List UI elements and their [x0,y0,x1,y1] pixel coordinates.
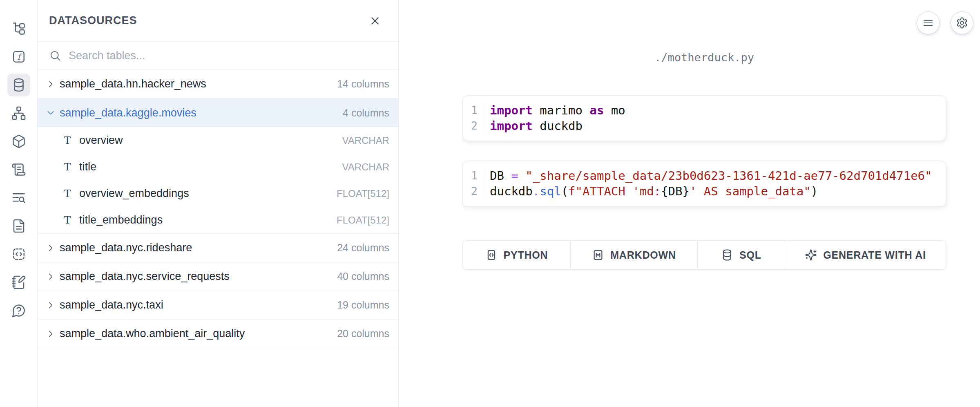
variables-icon[interactable]: f [7,45,30,68]
help-icon[interactable] [7,299,30,322]
sparkles-icon [805,249,817,261]
table-columns-count: 24 columns [337,242,389,254]
notebook-area: ./motherduck.py 1 2 import marimo as mo … [399,0,980,407]
column-row[interactable]: T title VARCHAR [38,154,398,180]
chevron-right-icon [46,329,56,339]
tracing-icon[interactable] [7,186,30,209]
table-columns-count: 19 columns [337,299,389,311]
tables-list: sample_data.hn.hacker_news 14 columns sa… [38,70,398,348]
documentation-icon[interactable] [7,215,30,237]
svg-text:f: f [17,52,22,62]
notebook-filename: ./motherduck.py [462,49,946,65]
code-editor[interactable]: DB = "_share/sample_data/23b0d623-1361-4… [484,168,946,199]
settings-button[interactable] [951,11,973,34]
close-panel-button[interactable] [367,13,383,29]
column-name: overview [79,134,123,147]
panel-title: DATASOURCES [49,14,137,27]
packages-icon[interactable] [7,130,30,153]
column-row[interactable]: T title_embeddings FLOAT[512] [38,207,398,233]
table-row[interactable]: sample_data.nyc.taxi 19 columns [38,291,398,320]
helper-icon-rail: f [0,0,38,407]
add-sql-cell-button[interactable]: SQL [697,241,785,269]
table-columns-count: 4 columns [343,107,389,119]
code-cell-imports[interactable]: 1 2 import marimo as mo import duckdb [462,95,946,141]
type-text-icon: T [61,134,74,147]
table-name: sample_data.who.ambient_air_quality [60,327,245,340]
table-columns-count: 40 columns [337,271,389,282]
table-row[interactable]: sample_data.nyc.rideshare 24 columns [38,234,398,262]
generate-with-ai-button[interactable]: GENERATE WITH AI [785,241,946,269]
chevron-right-icon [46,243,56,253]
code-square-icon [485,249,498,261]
table-columns-count: 14 columns [337,78,389,90]
add-markdown-cell-button[interactable]: MARKDOWN [570,241,697,269]
search-input[interactable] [69,42,398,69]
datasources-panel: DATASOURCES sample_data.hn.hacker_news 1… [38,0,399,407]
code-editor[interactable]: import marimo as mo import duckdb [484,103,946,134]
column-row[interactable]: T overview VARCHAR [38,127,398,154]
code-cell-attach-db[interactable]: 1 2 DB = "_share/sample_data/23b0d623-13… [462,161,946,207]
column-type: VARCHAR [342,135,389,146]
type-text-icon: T [61,214,74,226]
logs-icon[interactable] [7,158,30,181]
hamburger-menu-icon [922,17,934,29]
search-row [38,42,398,70]
table-name: sample_data.nyc.taxi [60,299,163,311]
table-row-selected[interactable]: sample_data.kaggle.movies 4 columns [38,98,398,127]
column-row[interactable]: T overview_embeddings FLOAT[512] [38,180,398,207]
markdown-icon [592,249,604,261]
table-name: sample_data.nyc.service_requests [60,270,230,283]
chevron-down-icon [46,108,56,118]
table-columns-group: T overview VARCHAR T title VARCHAR T ove… [38,127,398,234]
column-name: title [79,161,96,173]
type-text-icon: T [61,161,74,173]
datasources-icon[interactable] [7,74,30,96]
snippets-icon[interactable] [7,243,30,266]
column-type: FLOAT[512] [337,188,389,199]
type-text-icon: T [61,187,74,200]
chevron-right-icon [46,272,56,282]
table-row[interactable]: sample_data.nyc.service_requests 40 colu… [38,262,398,291]
dependencies-icon[interactable] [7,102,30,125]
close-icon [369,15,381,27]
table-name: sample_data.hn.hacker_news [60,78,206,90]
column-type: VARCHAR [342,161,389,173]
column-name: overview_embeddings [79,187,189,200]
menu-button[interactable] [917,11,940,34]
chevron-right-icon [46,79,56,89]
table-name: sample_data.nyc.rideshare [60,242,192,254]
add-cell-action-bar: PYTHON MARKDOWN SQL [462,240,946,270]
table-columns-count: 20 columns [337,328,389,340]
column-type: FLOAT[512] [337,215,389,226]
table-row[interactable]: sample_data.hn.hacker_news 14 columns [38,70,398,98]
search-icon [49,49,61,62]
chevron-right-icon [46,300,56,310]
line-number-gutter: 1 2 [463,168,484,199]
add-python-cell-button[interactable]: PYTHON [463,241,570,269]
column-name: title_embeddings [79,214,163,226]
file-explorer-icon[interactable] [7,17,30,40]
database-icon [721,249,733,261]
panel-header: DATASOURCES [38,0,398,42]
scratchpad-icon[interactable] [7,271,30,294]
table-name: sample_data.kaggle.movies [60,107,196,119]
gear-icon [956,17,968,29]
table-row[interactable]: sample_data.who.ambient_air_quality 20 c… [38,320,398,348]
line-number-gutter: 1 2 [463,103,484,134]
